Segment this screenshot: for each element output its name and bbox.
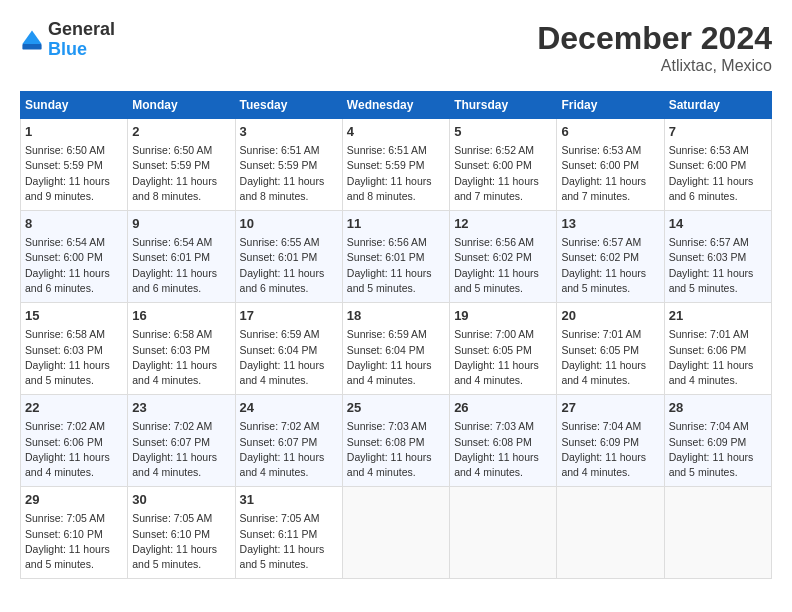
day-info: Sunrise: 7:05 AMSunset: 6:10 PMDaylight:… [25,511,123,572]
day-info: Sunrise: 6:50 AMSunset: 5:59 PMDaylight:… [132,143,230,204]
day-info: Sunrise: 6:58 AMSunset: 6:03 PMDaylight:… [25,327,123,388]
day-info: Sunrise: 6:51 AMSunset: 5:59 PMDaylight:… [240,143,338,204]
calendar-cell: 13Sunrise: 6:57 AMSunset: 6:02 PMDayligh… [557,211,664,303]
day-number: 15 [25,307,123,325]
calendar-cell: 2Sunrise: 6:50 AMSunset: 5:59 PMDaylight… [128,119,235,211]
day-info: Sunrise: 6:55 AMSunset: 6:01 PMDaylight:… [240,235,338,296]
calendar-cell: 11Sunrise: 6:56 AMSunset: 6:01 PMDayligh… [342,211,449,303]
day-number: 27 [561,399,659,417]
day-info: Sunrise: 7:05 AMSunset: 6:11 PMDaylight:… [240,511,338,572]
calendar-cell: 7Sunrise: 6:53 AMSunset: 6:00 PMDaylight… [664,119,771,211]
calendar-cell: 16Sunrise: 6:58 AMSunset: 6:03 PMDayligh… [128,303,235,395]
day-info: Sunrise: 6:53 AMSunset: 6:00 PMDaylight:… [669,143,767,204]
day-info: Sunrise: 6:59 AMSunset: 6:04 PMDaylight:… [347,327,445,388]
weekday-header-saturday: Saturday [664,92,771,119]
day-number: 5 [454,123,552,141]
calendar-cell: 17Sunrise: 6:59 AMSunset: 6:04 PMDayligh… [235,303,342,395]
day-info: Sunrise: 6:53 AMSunset: 6:00 PMDaylight:… [561,143,659,204]
logo-icon [20,28,44,52]
day-info: Sunrise: 6:51 AMSunset: 5:59 PMDaylight:… [347,143,445,204]
calendar-cell: 25Sunrise: 7:03 AMSunset: 6:08 PMDayligh… [342,395,449,487]
day-number: 2 [132,123,230,141]
day-number: 10 [240,215,338,233]
day-info: Sunrise: 7:03 AMSunset: 6:08 PMDaylight:… [347,419,445,480]
day-info: Sunrise: 7:00 AMSunset: 6:05 PMDaylight:… [454,327,552,388]
calendar-cell: 6Sunrise: 6:53 AMSunset: 6:00 PMDaylight… [557,119,664,211]
day-info: Sunrise: 6:57 AMSunset: 6:02 PMDaylight:… [561,235,659,296]
day-info: Sunrise: 7:01 AMSunset: 6:05 PMDaylight:… [561,327,659,388]
day-info: Sunrise: 7:02 AMSunset: 6:07 PMDaylight:… [132,419,230,480]
calendar-cell: 1Sunrise: 6:50 AMSunset: 5:59 PMDaylight… [21,119,128,211]
day-info: Sunrise: 7:03 AMSunset: 6:08 PMDaylight:… [454,419,552,480]
location: Atlixtac, Mexico [537,57,772,75]
day-number: 4 [347,123,445,141]
day-info: Sunrise: 6:57 AMSunset: 6:03 PMDaylight:… [669,235,767,296]
svg-marker-0 [22,30,41,44]
weekday-header-thursday: Thursday [450,92,557,119]
day-info: Sunrise: 6:59 AMSunset: 6:04 PMDaylight:… [240,327,338,388]
day-info: Sunrise: 6:58 AMSunset: 6:03 PMDaylight:… [132,327,230,388]
calendar-cell: 3Sunrise: 6:51 AMSunset: 5:59 PMDaylight… [235,119,342,211]
day-number: 1 [25,123,123,141]
calendar-cell: 10Sunrise: 6:55 AMSunset: 6:01 PMDayligh… [235,211,342,303]
calendar-cell: 8Sunrise: 6:54 AMSunset: 6:00 PMDaylight… [21,211,128,303]
calendar-week-row: 22Sunrise: 7:02 AMSunset: 6:06 PMDayligh… [21,395,772,487]
month-title: December 2024 [537,20,772,57]
day-info: Sunrise: 7:05 AMSunset: 6:10 PMDaylight:… [132,511,230,572]
weekday-header-sunday: Sunday [21,92,128,119]
day-number: 29 [25,491,123,509]
title-block: December 2024 Atlixtac, Mexico [537,20,772,75]
day-number: 23 [132,399,230,417]
calendar-cell: 15Sunrise: 6:58 AMSunset: 6:03 PMDayligh… [21,303,128,395]
calendar-cell: 5Sunrise: 6:52 AMSunset: 6:00 PMDaylight… [450,119,557,211]
day-number: 3 [240,123,338,141]
weekday-header-tuesday: Tuesday [235,92,342,119]
calendar-cell: 28Sunrise: 7:04 AMSunset: 6:09 PMDayligh… [664,395,771,487]
weekday-header-friday: Friday [557,92,664,119]
day-info: Sunrise: 7:04 AMSunset: 6:09 PMDaylight:… [561,419,659,480]
calendar-cell [450,487,557,579]
day-number: 8 [25,215,123,233]
calendar-cell: 20Sunrise: 7:01 AMSunset: 6:05 PMDayligh… [557,303,664,395]
weekday-header-wednesday: Wednesday [342,92,449,119]
calendar-cell: 27Sunrise: 7:04 AMSunset: 6:09 PMDayligh… [557,395,664,487]
day-number: 20 [561,307,659,325]
day-number: 14 [669,215,767,233]
day-number: 26 [454,399,552,417]
day-number: 11 [347,215,445,233]
calendar-week-row: 15Sunrise: 6:58 AMSunset: 6:03 PMDayligh… [21,303,772,395]
day-number: 18 [347,307,445,325]
day-info: Sunrise: 6:54 AMSunset: 6:00 PMDaylight:… [25,235,123,296]
day-number: 7 [669,123,767,141]
day-number: 21 [669,307,767,325]
calendar-cell: 14Sunrise: 6:57 AMSunset: 6:03 PMDayligh… [664,211,771,303]
calendar-cell: 19Sunrise: 7:00 AMSunset: 6:05 PMDayligh… [450,303,557,395]
calendar-cell: 12Sunrise: 6:56 AMSunset: 6:02 PMDayligh… [450,211,557,303]
day-info: Sunrise: 7:02 AMSunset: 6:07 PMDaylight:… [240,419,338,480]
logo: General Blue [20,20,115,60]
day-info: Sunrise: 6:56 AMSunset: 6:01 PMDaylight:… [347,235,445,296]
day-number: 12 [454,215,552,233]
calendar-cell: 26Sunrise: 7:03 AMSunset: 6:08 PMDayligh… [450,395,557,487]
weekday-header-row: SundayMondayTuesdayWednesdayThursdayFrid… [21,92,772,119]
logo-line1: General [48,20,115,40]
calendar-cell: 31Sunrise: 7:05 AMSunset: 6:11 PMDayligh… [235,487,342,579]
day-number: 19 [454,307,552,325]
day-number: 13 [561,215,659,233]
day-number: 6 [561,123,659,141]
logo-text: General Blue [48,20,115,60]
day-info: Sunrise: 7:04 AMSunset: 6:09 PMDaylight:… [669,419,767,480]
day-info: Sunrise: 7:02 AMSunset: 6:06 PMDaylight:… [25,419,123,480]
day-info: Sunrise: 7:01 AMSunset: 6:06 PMDaylight:… [669,327,767,388]
page-header: General Blue December 2024 Atlixtac, Mex… [20,20,772,75]
calendar-cell: 22Sunrise: 7:02 AMSunset: 6:06 PMDayligh… [21,395,128,487]
calendar-cell: 9Sunrise: 6:54 AMSunset: 6:01 PMDaylight… [128,211,235,303]
day-number: 25 [347,399,445,417]
calendar-cell: 30Sunrise: 7:05 AMSunset: 6:10 PMDayligh… [128,487,235,579]
calendar-cell: 23Sunrise: 7:02 AMSunset: 6:07 PMDayligh… [128,395,235,487]
calendar-table: SundayMondayTuesdayWednesdayThursdayFrid… [20,91,772,579]
day-info: Sunrise: 6:50 AMSunset: 5:59 PMDaylight:… [25,143,123,204]
logo-line2: Blue [48,40,115,60]
day-info: Sunrise: 6:54 AMSunset: 6:01 PMDaylight:… [132,235,230,296]
day-number: 16 [132,307,230,325]
